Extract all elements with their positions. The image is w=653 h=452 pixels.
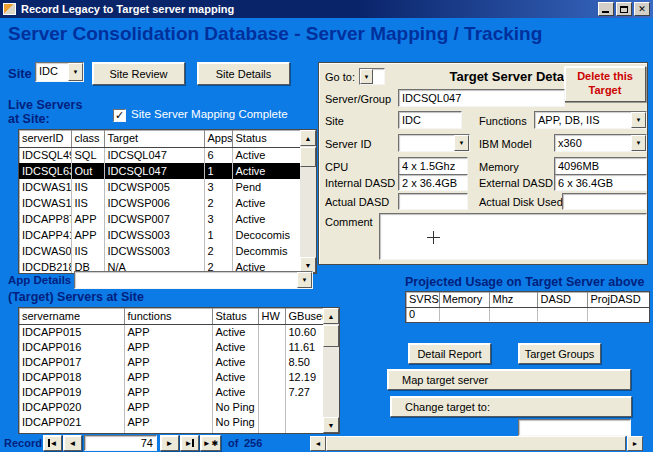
table-cell[interactable]: Active: [232, 195, 302, 211]
table-row[interactable]: IDCAPP018APPActive12.19: [19, 369, 325, 384]
chevron-down-icon[interactable]: ▼: [68, 63, 83, 81]
column-header[interactable]: Status: [212, 308, 258, 324]
table-cell[interactable]: [258, 369, 285, 384]
table-cell[interactable]: IDCAPP41: [19, 227, 71, 243]
table-cell[interactable]: IDCAPP016: [19, 339, 124, 354]
table-cell[interactable]: IDCWAS17: [19, 179, 71, 195]
table-cell[interactable]: APP: [124, 384, 212, 399]
table-cell[interactable]: Active: [212, 369, 258, 384]
last-record-button[interactable]: ►: [180, 435, 199, 451]
maximize-button[interactable]: [616, 2, 632, 16]
table-cell[interactable]: [285, 429, 325, 434]
new-record-button[interactable]: ►✱: [200, 435, 221, 451]
column-header[interactable]: functions: [124, 308, 212, 324]
table-row[interactable]: IDCAPP016APPActive11.61: [19, 339, 325, 354]
table-cell[interactable]: IIS: [71, 179, 104, 195]
table-cell[interactable]: Pend: [232, 179, 302, 195]
next-record-button[interactable]: ►: [160, 435, 179, 451]
table-row[interactable]: IDCSQL63OutIDCSQL0471Active: [19, 163, 302, 179]
table-cell[interactable]: APP: [124, 354, 212, 369]
first-record-button[interactable]: ◄: [43, 435, 62, 451]
column-header[interactable]: HW: [258, 308, 285, 324]
table-cell[interactable]: IDCAPP015: [19, 324, 124, 339]
table-cell[interactable]: 2: [204, 243, 232, 259]
table-cell[interactable]: No Ping: [212, 414, 258, 429]
table-cell[interactable]: No Ping: [212, 429, 258, 434]
scroll-right-icon[interactable]: ►: [627, 436, 643, 451]
target-table-scrollbar[interactable]: ▲ ▼: [323, 308, 339, 433]
comment-field[interactable]: [379, 213, 647, 260]
column-header[interactable]: Status: [232, 130, 302, 147]
table-cell[interactable]: IDCWSS003: [104, 243, 204, 259]
column-header[interactable]: DASD: [537, 292, 587, 307]
table-cell[interactable]: Active: [212, 339, 258, 354]
table-cell[interactable]: IDCSQL047: [104, 147, 204, 163]
table-cell[interactable]: 0: [406, 307, 439, 321]
table-cell[interactable]: [285, 414, 325, 429]
site-details-button[interactable]: Site Details: [197, 62, 290, 85]
table-cell[interactable]: IIS: [71, 243, 104, 259]
column-header[interactable]: Memory: [439, 292, 489, 307]
change-target-input[interactable]: [518, 419, 631, 436]
server-id-select[interactable]: ▼: [398, 134, 470, 152]
table-cell[interactable]: IDCAPP021: [19, 414, 124, 429]
scroll-left-icon[interactable]: ◄: [310, 436, 326, 451]
cpu-field[interactable]: [398, 157, 468, 175]
column-header[interactable]: servername: [19, 308, 124, 324]
chevron-down-icon[interactable]: ▼: [360, 69, 373, 84]
column-header[interactable]: class: [71, 130, 104, 147]
delete-target-button[interactable]: Delete this Target: [564, 66, 646, 102]
table-row[interactable]: IDCWAS01IISIDCWSS0032Decommis: [19, 243, 302, 259]
table-cell[interactable]: SQL: [71, 147, 104, 163]
scroll-thumb[interactable]: [323, 325, 339, 347]
site-select[interactable]: IDC ▼: [35, 62, 84, 82]
table-cell[interactable]: [258, 339, 285, 354]
table-cell[interactable]: APP: [124, 429, 212, 434]
app-details-select[interactable]: ▼: [74, 271, 313, 289]
table-cell[interactable]: APP: [124, 339, 212, 354]
table-cell[interactable]: 7.27: [285, 384, 325, 399]
table-cell[interactable]: Decocomis: [232, 227, 302, 243]
table-row[interactable]: IDCAPP017APPActive8.50: [19, 354, 325, 369]
table-cell[interactable]: APP: [124, 414, 212, 429]
table-cell[interactable]: Out: [71, 163, 104, 179]
table-cell[interactable]: [489, 307, 537, 321]
close-button[interactable]: ✕: [634, 2, 650, 16]
server-group-field[interactable]: [398, 89, 565, 107]
column-header[interactable]: Mhz: [489, 292, 537, 307]
chevron-down-icon[interactable]: ▼: [454, 135, 469, 151]
site-field[interactable]: [398, 111, 462, 129]
table-cell[interactable]: IDCWSS003: [104, 227, 204, 243]
table-cell[interactable]: APP: [124, 399, 212, 414]
column-header[interactable]: Target: [104, 130, 204, 147]
table-cell[interactable]: IDCWSP006: [104, 195, 204, 211]
table-cell[interactable]: 1: [204, 163, 232, 179]
table-cell[interactable]: 10.60: [285, 324, 325, 339]
table-row[interactable]: IDCAPP015APPActive10.60: [19, 324, 325, 339]
table-cell[interactable]: Active: [232, 163, 302, 179]
previous-record-button[interactable]: ◄: [63, 435, 82, 451]
actual-disk-used-field[interactable]: [562, 193, 647, 210]
table-row[interactable]: 0: [406, 307, 649, 321]
table-cell[interactable]: [439, 307, 489, 321]
functions-select[interactable]: APP, DB, IIS ▼: [534, 111, 647, 129]
table-cell[interactable]: 6: [204, 147, 232, 163]
table-cell[interactable]: Active: [232, 147, 302, 163]
table-cell[interactable]: 12.19: [285, 369, 325, 384]
table-cell[interactable]: IIS: [71, 195, 104, 211]
table-cell[interactable]: 11.61: [285, 339, 325, 354]
site-review-button[interactable]: Site Review: [92, 62, 185, 85]
actual-dasd-field[interactable]: [398, 193, 468, 210]
table-cell[interactable]: 1: [204, 227, 232, 243]
scroll-thumb[interactable]: [300, 147, 316, 167]
live-table-scrollbar[interactable]: ▲ ▼: [300, 130, 316, 273]
table-cell[interactable]: APP: [124, 369, 212, 384]
table-cell[interactable]: IDCSQL63: [19, 163, 71, 179]
scroll-down-icon[interactable]: ▼: [323, 417, 339, 433]
memory-field[interactable]: [554, 157, 647, 175]
table-cell[interactable]: IDCWSP005: [104, 179, 204, 195]
table-cell[interactable]: No Ping: [212, 399, 258, 414]
table-cell[interactable]: IDCWAS19: [19, 195, 71, 211]
table-cell[interactable]: [258, 429, 285, 434]
table-cell[interactable]: IDCAPP020: [19, 399, 124, 414]
